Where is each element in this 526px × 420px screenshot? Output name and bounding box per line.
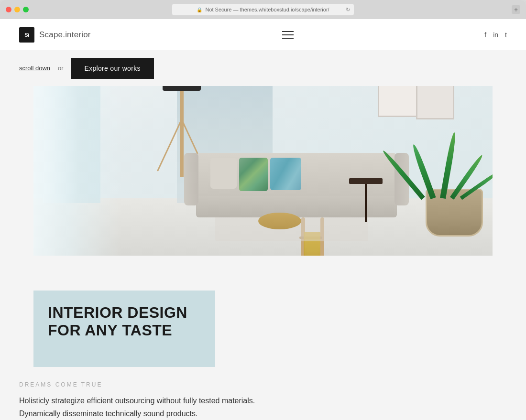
logo-area: Si Scape.interior bbox=[19, 27, 91, 43]
section-description: Holisticly strategize efficient outsourc… bbox=[19, 395, 354, 420]
headline-line2: FOR ANY TASTE bbox=[48, 322, 172, 339]
floor-cushion bbox=[258, 213, 301, 229]
cushion-body bbox=[258, 213, 301, 229]
hamburger-line-1 bbox=[282, 31, 294, 32]
logo-text: Scape.interior bbox=[39, 30, 91, 40]
close-button[interactable] bbox=[6, 7, 11, 12]
lock-icon: 🔒 bbox=[197, 7, 202, 12]
headline-line1: INTERIOR DESIGN bbox=[48, 304, 187, 321]
traffic-lights bbox=[6, 7, 29, 12]
browser-titlebar: 🔒 Not Secure — themes.whiteboxstud.io/sc… bbox=[0, 0, 526, 19]
pillow-1 bbox=[210, 158, 237, 189]
logo-suffix: interior bbox=[65, 30, 91, 39]
logo-brand: Scape. bbox=[39, 30, 65, 39]
hamburger-line-2 bbox=[282, 34, 294, 35]
lamp-pole bbox=[180, 91, 184, 177]
section-body-line2: Dynamically disseminate technically soun… bbox=[19, 409, 198, 418]
side-table-top bbox=[349, 178, 383, 184]
maximize-button[interactable] bbox=[23, 7, 29, 12]
pillow-2 bbox=[239, 158, 268, 191]
cta-or-label: or bbox=[58, 65, 64, 72]
sofa-arm-left bbox=[184, 153, 198, 205]
section-body-line1: Holisticly strategize efficient outsourc… bbox=[19, 397, 255, 405]
plant-leaves bbox=[411, 93, 493, 198]
hamburger-menu[interactable] bbox=[282, 31, 294, 39]
hero-overlay: INTERIOR DESIGN FOR ANY TASTE bbox=[33, 291, 215, 367]
facebook-icon[interactable]: f bbox=[484, 31, 486, 39]
leaf-5 bbox=[460, 169, 493, 200]
hero-headline: INTERIOR DESIGN FOR ANY TASTE bbox=[33, 291, 215, 339]
new-tab-button[interactable]: + bbox=[512, 5, 520, 14]
hamburger-line-3 bbox=[282, 38, 294, 39]
minimize-button[interactable] bbox=[14, 7, 20, 12]
pillow-3 bbox=[270, 158, 301, 190]
website-content: Si Scape.interior f in t bbox=[0, 19, 526, 420]
scroll-down-link[interactable]: scroll down bbox=[19, 65, 50, 72]
leaf-2 bbox=[440, 132, 457, 199]
browser-window: 🔒 Not Secure — themes.whiteboxstud.io/sc… bbox=[0, 0, 526, 420]
side-table-leg bbox=[365, 184, 367, 222]
plant bbox=[426, 189, 483, 237]
linkedin-icon[interactable]: in bbox=[493, 31, 498, 39]
logo-icon: Si bbox=[19, 27, 34, 43]
url-text: Not Secure — themes.whiteboxstud.io/scap… bbox=[205, 7, 329, 12]
explore-works-button[interactable]: Explore our works bbox=[71, 58, 154, 79]
site-header: Si Scape.interior f in t bbox=[0, 19, 526, 50]
twitter-icon[interactable]: t bbox=[505, 31, 507, 39]
refresh-icon[interactable]: ↻ bbox=[346, 7, 350, 13]
side-table bbox=[349, 178, 383, 222]
hero-cta-bar: scroll down or Explore our works bbox=[0, 50, 526, 86]
section-subtitle: DREAMS COME TRUE bbox=[19, 381, 507, 388]
social-icons: f in t bbox=[484, 31, 507, 39]
url-bar[interactable]: 🔒 Not Secure — themes.whiteboxstud.io/sc… bbox=[172, 4, 354, 15]
hero-section: INTERIOR DESIGN FOR ANY TASTE scroll dow… bbox=[0, 50, 526, 367]
section-below: DREAMS COME TRUE Holisticly strategize e… bbox=[0, 367, 526, 420]
